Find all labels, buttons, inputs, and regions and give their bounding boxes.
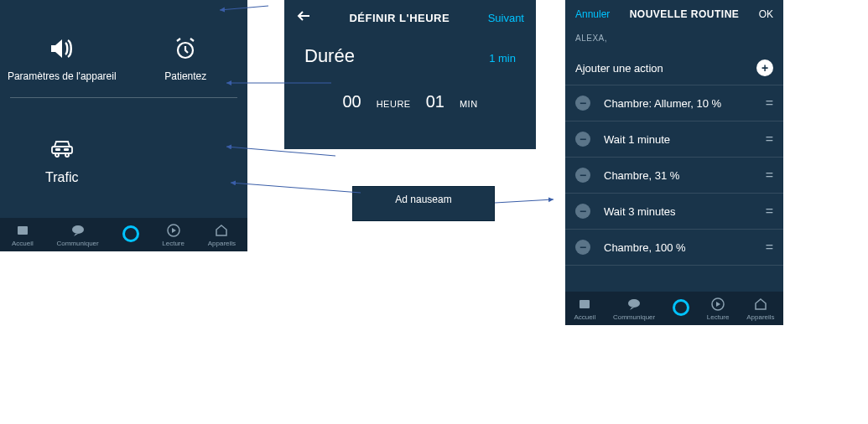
chat-icon	[627, 297, 641, 312]
alarm-clock-icon	[124, 34, 248, 64]
nav-alexa[interactable]	[122, 226, 139, 243]
action-item[interactable]: − Chambre: Allumer, 10 % =	[565, 85, 783, 122]
tile-label: Paramètres de l'appareil	[0, 70, 124, 82]
action-item[interactable]: − Wait 3 minutes =	[565, 194, 783, 230]
plus-icon: +	[756, 59, 773, 76]
alexa-ring-icon	[673, 300, 689, 315]
remove-icon[interactable]: −	[575, 240, 590, 255]
nav-play[interactable]: Lecture	[162, 223, 185, 247]
action-item[interactable]: − Chambre, 31 % =	[565, 158, 783, 194]
chat-icon	[71, 223, 85, 238]
nav-devices[interactable]: Appareils	[208, 223, 236, 247]
drag-handle-icon[interactable]: =	[766, 240, 773, 255]
drag-handle-icon[interactable]: =	[766, 96, 773, 111]
remove-icon[interactable]: −	[575, 96, 590, 111]
svg-line-16	[495, 199, 554, 203]
svg-point-10	[628, 299, 640, 308]
duration-label: Durée	[304, 45, 355, 67]
drag-handle-icon[interactable]: =	[766, 132, 773, 147]
car-icon	[0, 138, 124, 165]
remove-icon[interactable]: −	[575, 204, 590, 219]
action-text: Chambre: Allumer, 10 %	[600, 97, 766, 110]
devices-icon	[215, 223, 228, 238]
bottom-nav: Accueil Communiquer Lecture Appareils	[0, 218, 247, 251]
action-item[interactable]: − Wait 1 minute =	[565, 122, 783, 158]
tile-wait[interactable]: Patientez	[124, 25, 248, 97]
add-action-label: Ajouter une action	[575, 62, 663, 75]
action-text: Chambre, 31 %	[600, 169, 766, 182]
tile-label: Trafic	[0, 170, 124, 185]
panel-title: DÉFINIR L'HEURE	[349, 12, 450, 24]
speaker-icon	[0, 34, 124, 64]
duration-value: 1 min	[489, 52, 516, 65]
tile-traffic[interactable]: Trafic	[0, 123, 124, 202]
nav-communicate[interactable]: Communiquer	[613, 297, 655, 321]
hours-unit: HEURE	[377, 99, 411, 109]
bottom-nav: Accueil Communiquer Lecture Appareils	[565, 292, 783, 325]
set-time-panel: DÉFINIR L'HEURE Suivant Durée 1 min 00 H…	[284, 0, 536, 149]
cancel-button[interactable]: Annuler	[575, 8, 610, 20]
nav-communicate[interactable]: Communiquer	[56, 223, 98, 247]
action-text: Chambre, 100 %	[600, 241, 766, 254]
alexa-ring-icon	[122, 226, 139, 241]
action-text: Wait 3 minutes	[600, 205, 766, 218]
svg-line-15	[231, 183, 361, 193]
ok-button[interactable]: OK	[759, 8, 773, 20]
drag-handle-icon[interactable]: =	[766, 168, 773, 183]
nav-label: Accueil	[12, 240, 34, 247]
play-icon	[167, 223, 180, 238]
next-button[interactable]: Suivant	[488, 12, 524, 24]
nav-label: Communiquer	[56, 240, 98, 247]
nav-label: Accueil	[574, 313, 595, 321]
actions-panel: Paramètres de l'appareil Patientez Trafi…	[0, 0, 247, 251]
mins-value[interactable]: 01	[426, 92, 444, 111]
topbar: DÉFINIR L'HEURE Suivant	[284, 0, 536, 35]
svg-point-3	[65, 153, 69, 157]
nav-label: Communiquer	[613, 313, 655, 321]
tile-device-settings[interactable]: Paramètres de l'appareil	[0, 25, 124, 97]
nav-label: Appareils	[746, 313, 774, 321]
action-list: − Chambre: Allumer, 10 % = − Wait 1 minu…	[565, 85, 783, 325]
nav-label: Lecture	[162, 240, 185, 247]
action-text: Wait 1 minute	[600, 133, 766, 146]
time-body: Durée 1 min 00 HEURE 01 MIN	[284, 35, 536, 111]
nav-home[interactable]: Accueil	[12, 223, 34, 247]
svg-point-2	[55, 153, 59, 157]
alexa-label: ALEXA,	[565, 28, 783, 51]
tile-grid-2: Trafic	[0, 98, 247, 202]
tile-label: Patientez	[124, 70, 248, 82]
nav-devices[interactable]: Appareils	[746, 297, 774, 321]
ad-nauseam-text: Ad nauseam	[395, 194, 451, 205]
nav-home[interactable]: Accueil	[574, 297, 595, 321]
hours-value[interactable]: 00	[342, 92, 361, 111]
home-icon	[578, 297, 591, 312]
home-icon	[16, 223, 29, 238]
svg-rect-9	[580, 300, 590, 308]
remove-icon[interactable]: −	[575, 132, 590, 147]
new-routine-panel: Annuler NOUVELLE ROUTINE OK ALEXA, Ajout…	[565, 0, 783, 325]
tile-grid: Paramètres de l'appareil Patientez	[0, 0, 247, 97]
nav-play[interactable]: Lecture	[707, 297, 730, 321]
topbar: Annuler NOUVELLE ROUTINE OK	[565, 0, 783, 28]
nav-label: Lecture	[707, 313, 730, 321]
nav-alexa[interactable]	[673, 300, 689, 317]
svg-rect-6	[18, 226, 28, 235]
svg-point-7	[72, 225, 84, 234]
action-item[interactable]: − Chambre, 100 % =	[565, 230, 783, 266]
svg-rect-5	[64, 148, 69, 151]
devices-icon	[754, 297, 767, 312]
ad-nauseam-box: Ad nauseam	[352, 186, 495, 221]
svg-rect-4	[55, 148, 60, 151]
nav-label: Appareils	[208, 240, 236, 247]
back-button[interactable]	[296, 8, 311, 27]
svg-rect-1	[52, 147, 72, 153]
drag-handle-icon[interactable]: =	[766, 204, 773, 219]
mins-unit: MIN	[460, 99, 478, 109]
remove-icon[interactable]: −	[575, 168, 590, 183]
play-icon	[711, 297, 725, 312]
time-picker[interactable]: 00 HEURE 01 MIN	[304, 92, 516, 111]
panel-title: NOUVELLE ROUTINE	[630, 8, 740, 20]
add-action-row[interactable]: Ajouter une action +	[565, 51, 783, 85]
